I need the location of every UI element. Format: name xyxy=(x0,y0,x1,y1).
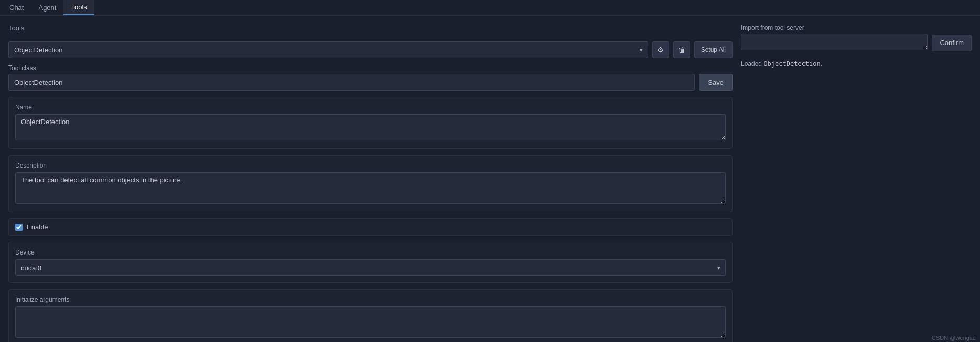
import-input[interactable] xyxy=(741,34,928,50)
right-panel: Import from tool server Confirm Loaded O… xyxy=(741,24,972,334)
trash-icon: 🗑 xyxy=(678,46,685,54)
loaded-prefix: Loaded xyxy=(741,60,762,68)
init-args-input[interactable] xyxy=(15,306,726,338)
tool-class-row: Save xyxy=(8,74,733,91)
enable-checkbox[interactable] xyxy=(15,224,23,231)
description-label: Description xyxy=(15,162,726,169)
enable-row: Enable xyxy=(8,218,733,236)
enable-label: Enable xyxy=(27,223,48,231)
settings-icon: ⚙ xyxy=(657,46,664,54)
import-textarea-wrapper xyxy=(741,34,928,52)
import-section: Import from tool server Confirm xyxy=(741,24,972,52)
device-label: Device xyxy=(15,249,726,256)
tab-tools[interactable]: Tools xyxy=(63,0,94,15)
tools-section-title: Tools xyxy=(8,24,733,32)
top-nav: Chat Agent Tools xyxy=(0,0,980,16)
confirm-button[interactable]: Confirm xyxy=(932,35,972,51)
tool-class-input[interactable] xyxy=(8,74,695,91)
init-args-section: Initialize arguments xyxy=(8,289,733,342)
name-label: Name xyxy=(15,104,726,111)
left-panel: Tools ObjectDetection ▼ ⚙ 🗑 Setup All To… xyxy=(8,24,733,334)
description-input[interactable]: The tool can detect all common objects i… xyxy=(15,172,726,204)
loaded-info: Loaded ObjectDetection. xyxy=(741,60,972,68)
tool-class-label: Tool class xyxy=(8,64,733,72)
settings-icon-button[interactable]: ⚙ xyxy=(652,41,669,58)
tab-agent[interactable]: Agent xyxy=(31,0,63,15)
main-container: Tools ObjectDetection ▼ ⚙ 🗑 Setup All To… xyxy=(0,16,980,342)
import-row: Confirm xyxy=(741,34,972,52)
tool-dropdown[interactable]: ObjectDetection xyxy=(8,41,648,58)
trash-icon-button[interactable]: 🗑 xyxy=(673,41,690,58)
device-dropdown-wrapper: cuda:0cpu ▼ xyxy=(15,259,726,276)
loaded-suffix: . xyxy=(821,60,822,68)
tool-selector-row: ObjectDetection ▼ ⚙ 🗑 Setup All xyxy=(8,41,733,58)
init-args-label: Initialize arguments xyxy=(15,296,726,303)
tool-class-section: Tool class Save xyxy=(8,64,733,91)
name-section: Name ObjectDetection xyxy=(8,97,733,149)
tab-chat[interactable]: Chat xyxy=(2,0,31,15)
save-button[interactable]: Save xyxy=(699,74,733,91)
import-label: Import from tool server xyxy=(741,24,972,31)
description-section: Description The tool can detect all comm… xyxy=(8,155,733,212)
name-input[interactable]: ObjectDetection xyxy=(15,114,726,140)
setup-all-button[interactable]: Setup All xyxy=(694,41,733,58)
device-section: Device cuda:0cpu ▼ xyxy=(8,242,733,283)
loaded-class: ObjectDetection xyxy=(763,60,820,68)
device-dropdown[interactable]: cuda:0cpu xyxy=(15,259,726,276)
footer-credit: CSDN @wengad xyxy=(928,334,980,342)
tool-dropdown-wrapper: ObjectDetection ▼ xyxy=(8,41,648,58)
